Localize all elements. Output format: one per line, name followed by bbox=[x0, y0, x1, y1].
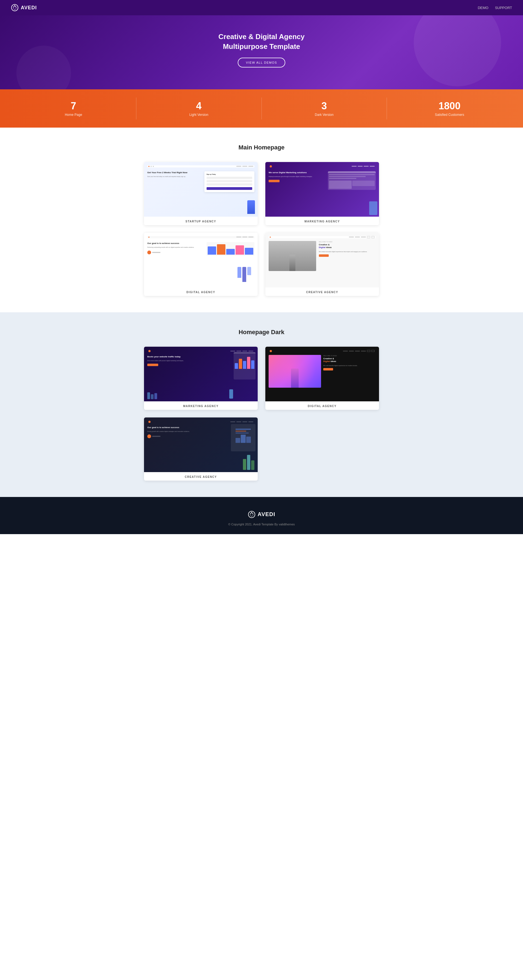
startup-thumb-desc: Start your free trial today no credit ca… bbox=[147, 176, 202, 178]
dark-marketing-btn bbox=[147, 364, 158, 366]
footer: AVEDI © Copyright 2021. Avedi Template B… bbox=[0, 497, 523, 534]
dark-marketing-headline: Boots your website traffic today bbox=[147, 355, 206, 358]
marketing-thumb-headline: We serve Digital Marketing solutions bbox=[269, 171, 326, 174]
dark-marketing-thumb: Boots your website traffic today Drive m… bbox=[144, 347, 258, 401]
dark-digital-thumbnail: WELCOME TO AVEDI Creative &Digital ideas… bbox=[265, 347, 379, 401]
creative-thumb-headline: Creative &Digital ideas bbox=[319, 243, 376, 249]
navbar-links: DEMO SUPPORT bbox=[478, 6, 512, 10]
dark-creative-device bbox=[231, 424, 256, 451]
stat-label-homepage: Home Page bbox=[16, 113, 130, 117]
startup-agency-thumbnail: Get Your Free 2 Weeks Trial Right Now St… bbox=[144, 162, 258, 216]
dark-creative-card[interactable]: Our goal is to achieve success Driving g… bbox=[144, 417, 258, 480]
dark-creative-mini-nav bbox=[147, 421, 254, 423]
marketing-thumb-btn bbox=[269, 180, 280, 182]
stat-label-customers: Satisfied Customers bbox=[393, 113, 507, 117]
startup-mini-nav bbox=[147, 165, 254, 167]
creative-thumb-text: WELCOME TO AVEDI Creative &Digital ideas… bbox=[319, 241, 376, 271]
dark-homepage-section: Homepage Dark Boots your website tra bbox=[0, 312, 523, 497]
dark-marketing-desc: Drive more visitors with proven digital … bbox=[147, 360, 206, 361]
stat-number-dark: 3 bbox=[267, 100, 382, 112]
footer-logo: AVEDI bbox=[5, 511, 518, 518]
digital-agency-card[interactable]: Our goal is to achieve success Deliverin… bbox=[144, 233, 258, 296]
creative-thumb-btn bbox=[319, 255, 329, 257]
creative-thumb: WELCOME TO AVEDI Creative &Digital ideas… bbox=[265, 233, 379, 287]
stat-label-dark: Dark Version bbox=[267, 113, 382, 117]
stat-number-customers: 1800 bbox=[393, 100, 507, 112]
navbar-logo-text: AVEDI bbox=[21, 5, 37, 11]
footer-logo-text: AVEDI bbox=[258, 511, 275, 517]
main-demo-grid: Get Your Free 2 Weeks Trial Right Now St… bbox=[144, 162, 379, 296]
dark-digital-content: WELCOME TO AVEDI Creative &Digital ideas… bbox=[269, 355, 376, 388]
dark-marketing-device bbox=[234, 352, 256, 380]
stat-light: 4 Light Version bbox=[136, 97, 262, 119]
hero-title: Creative & Digital Agency Multipurpose T… bbox=[218, 32, 304, 52]
digital-thumb-headline: Our goal is to achieve success bbox=[147, 242, 204, 245]
dark-digital-desc: We craft beautiful digital experiences f… bbox=[323, 365, 376, 366]
digital-mini-nav bbox=[147, 236, 254, 238]
marketing-thumb-device bbox=[328, 171, 376, 190]
stats-bar: 7 Home Page 4 Light Version 3 Dark Versi… bbox=[0, 89, 523, 127]
dark-digital-label: DIGITAL AGENCY bbox=[265, 401, 379, 410]
nav-support[interactable]: SUPPORT bbox=[495, 6, 512, 10]
startup-thumb: Get Your Free 2 Weeks Trial Right Now St… bbox=[144, 162, 258, 216]
startup-thumb-headline: Get Your Free 2 Weeks Trial Right Now bbox=[147, 171, 202, 174]
stat-label-light: Light Version bbox=[142, 113, 256, 117]
stat-number-light: 4 bbox=[142, 100, 256, 112]
dark-demo-grid-bottom: Our goal is to achieve success Driving g… bbox=[144, 417, 379, 480]
view-all-demos-button[interactable]: VIEW ALL DEMOS bbox=[238, 58, 285, 67]
startup-agency-label: STARTUP AGENCY bbox=[144, 216, 258, 225]
startup-figure bbox=[247, 200, 255, 214]
main-homepage-section: Main Homepage Get Y bbox=[0, 127, 523, 312]
dark-creative-label: CREATIVE AGENCY bbox=[144, 472, 258, 480]
marketing-agency-card[interactable]: We serve Digital Marketing solutions Hel… bbox=[265, 162, 379, 225]
dark-digital-thumb: WELCOME TO AVEDI Creative &Digital ideas… bbox=[265, 347, 379, 401]
startup-agency-card[interactable]: Get Your Free 2 Weeks Trial Right Now St… bbox=[144, 162, 258, 225]
hero-section: Creative & Digital Agency Multipurpose T… bbox=[0, 15, 523, 89]
creative-thumb-photo bbox=[269, 241, 316, 271]
digital-thumb-btn bbox=[147, 251, 204, 255]
stat-homepage: 7 Home Page bbox=[11, 97, 136, 119]
creative-agency-label: CREATIVE AGENCY bbox=[265, 287, 379, 296]
marketing-thumb: We serve Digital Marketing solutions Hel… bbox=[265, 162, 379, 216]
dark-marketing-label: MARKETING AGENCY bbox=[144, 401, 258, 410]
digital-thumb-charts bbox=[207, 242, 254, 256]
digital-agency-label: DIGITAL AGENCY bbox=[144, 287, 258, 296]
digital-thumb: Our goal is to achieve success Deliverin… bbox=[144, 233, 258, 287]
main-section-title: Main Homepage bbox=[11, 144, 512, 151]
digital-agency-thumbnail: Our goal is to achieve success Deliverin… bbox=[144, 233, 258, 287]
stat-customers: 1800 Satisfied Customers bbox=[387, 97, 512, 119]
dark-creative-btn bbox=[147, 434, 206, 438]
footer-logo-icon bbox=[248, 511, 256, 518]
empty-slot bbox=[265, 417, 379, 480]
dark-creative-desc: Driving growth with creative digital str… bbox=[147, 431, 206, 432]
marketing-agency-thumbnail: We serve Digital Marketing solutions Hel… bbox=[265, 162, 379, 216]
dark-creative-headline: Our goal is to achieve success bbox=[147, 426, 206, 429]
dark-marketing-mini-nav bbox=[147, 350, 254, 352]
dark-creative-figures bbox=[243, 455, 254, 470]
dark-marketing-thumbnail: Boots your website traffic today Drive m… bbox=[144, 347, 258, 401]
dark-digital-text: WELCOME TO AVEDI Creative &Digital ideas… bbox=[323, 355, 376, 388]
dark-digital-btn bbox=[323, 368, 333, 371]
marketing-agency-label: MARKETING AGENCY bbox=[265, 216, 379, 225]
dark-digital-card[interactable]: WELCOME TO AVEDI Creative &Digital ideas… bbox=[265, 347, 379, 410]
dark-digital-headline: Creative &Digital ideas bbox=[323, 357, 376, 363]
logo-icon bbox=[11, 4, 19, 11]
creative-thumb-desc: We create innovative digital experiences… bbox=[319, 251, 376, 253]
creative-agency-card[interactable]: WELCOME TO AVEDI Creative &Digital ideas… bbox=[265, 233, 379, 296]
dark-creative-thumb: Our goal is to achieve success Driving g… bbox=[144, 417, 258, 472]
creative-agency-thumbnail: WELCOME TO AVEDI Creative &Digital ideas… bbox=[265, 233, 379, 287]
footer-copyright: © Copyright 2021. Avedi Template By vali… bbox=[5, 523, 518, 526]
navbar-logo: AVEDI bbox=[11, 4, 37, 11]
dark-digital-mini-nav bbox=[269, 350, 376, 352]
startup-thumb-form: Sign up Today bbox=[204, 171, 254, 192]
digital-thumb-desc: Delivering outstanding results with our … bbox=[147, 247, 204, 248]
dark-section-title: Homepage Dark bbox=[11, 329, 512, 336]
digital-thumb-figures bbox=[234, 264, 254, 285]
stat-dark: 3 Dark Version bbox=[262, 97, 387, 119]
stat-number-homepage: 7 bbox=[16, 100, 130, 112]
nav-demo[interactable]: DEMO bbox=[478, 6, 488, 10]
creative-mini-nav bbox=[269, 236, 376, 238]
dark-marketing-figure bbox=[229, 389, 233, 399]
dark-creative-thumbnail: Our goal is to achieve success Driving g… bbox=[144, 417, 258, 472]
dark-marketing-card[interactable]: Boots your website traffic today Drive m… bbox=[144, 347, 258, 410]
